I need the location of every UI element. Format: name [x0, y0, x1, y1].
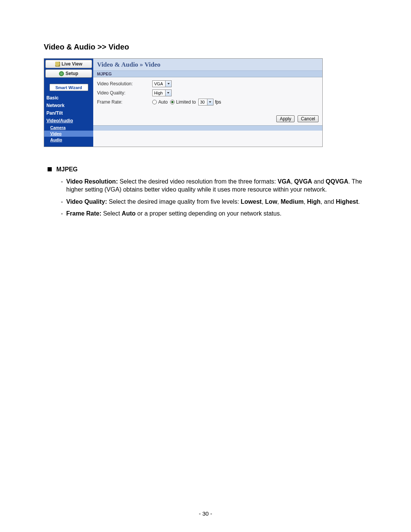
frame-rate-unit: fps — [215, 99, 221, 105]
row-frame-rate: Frame Rate: Auto Limited to 30 fps — [97, 99, 319, 105]
doc-b2-low: Low — [265, 198, 277, 205]
doc-heading: MJPEG — [56, 165, 78, 174]
resolution-value: VGA — [153, 81, 165, 86]
setup-button[interactable]: Setup — [45, 69, 92, 78]
doc-b2-lead: Video Quality: — [66, 198, 107, 205]
frame-rate-limited-radio[interactable]: Limited to — [170, 99, 196, 105]
sidebar-item-basic[interactable]: Basic — [44, 94, 93, 102]
doc-bullet-resolution: Video Resolution: Select the desired vid… — [61, 177, 367, 194]
doc-b2-c4: , and — [320, 198, 336, 205]
doc-b3-lead: Frame Rate: — [66, 210, 101, 217]
sidebar-item-pan-tilt[interactable]: Pan/Tilt — [44, 109, 93, 117]
chevron-down-icon — [207, 99, 213, 105]
page-number: - 30 - — [0, 510, 411, 517]
doc-b1-c1: , — [291, 178, 294, 185]
content-panel: Video & Audio » Video MJPEG Video Resolu… — [93, 59, 322, 147]
doc-b1-qvga: QVGA — [294, 178, 312, 185]
quality-select[interactable]: High — [152, 89, 172, 96]
doc-b1-a: Select the desired video resolution from… — [118, 178, 278, 185]
breadcrumb: Video & Audio » Video — [97, 61, 161, 68]
section-header-mjpeg: MJPEG — [93, 71, 322, 77]
doc-b2-lowest: Lowest — [241, 198, 262, 205]
doc-b2-high: High — [307, 198, 321, 205]
resolution-label: Video Resolution: — [97, 81, 152, 86]
sidebar-item-network[interactable]: Network — [44, 102, 93, 109]
sidebar-item-video-audio[interactable]: Video/Audio — [44, 117, 93, 125]
doc-b2-highest: Highest — [336, 198, 358, 205]
doc-heading-row: MJPEG — [48, 165, 367, 174]
quality-value: High — [153, 91, 165, 95]
sidebar: Live View Setup Smart Wizard Basic Netwo… — [44, 59, 93, 147]
doc-b2-c3: , — [304, 198, 307, 205]
resolution-select[interactable]: VGA — [152, 80, 172, 87]
apply-button[interactable]: Apply — [276, 115, 295, 122]
doc-b1-qqvga: QQVGA — [326, 178, 349, 185]
quality-label: Video Quality: — [97, 90, 152, 96]
panel-body: Video Resolution: VGA Video Quality: Hig… — [93, 77, 322, 109]
doc-b1-c2: and — [312, 178, 326, 185]
sidebar-sub-camera[interactable]: Camera — [44, 125, 93, 131]
button-row: Apply Cancel — [93, 109, 322, 125]
frame-rate-auto-radio[interactable]: Auto — [152, 99, 168, 105]
radio-icon — [152, 100, 157, 104]
sidebar-sub-video[interactable]: Video — [44, 131, 93, 137]
frame-rate-value: 30 — [199, 100, 207, 104]
live-view-button[interactable]: Live View — [45, 60, 92, 68]
frame-rate-limited-label: Limited to — [176, 99, 196, 105]
cancel-button[interactable]: Cancel — [298, 115, 319, 122]
breadcrumb-sep: » — [138, 61, 145, 68]
settings-screenshot: Live View Setup Smart Wizard Basic Netwo… — [44, 58, 323, 147]
setup-label: Setup — [65, 71, 78, 76]
doc-b2-a: Select the desired image quality from fi… — [107, 198, 241, 205]
doc-b3-a: Select — [101, 210, 121, 217]
doc-bullet-quality: Video Quality: Select the desired image … — [61, 198, 367, 206]
row-quality: Video Quality: High — [97, 89, 319, 96]
doc-b1-lead: Video Resolution: — [66, 178, 118, 185]
page-title: Video & Audio >> Video — [44, 43, 367, 51]
doc-b3-auto: Auto — [122, 210, 135, 217]
doc-b2-c1: , — [262, 198, 265, 205]
doc-b1-vga: VGA — [277, 178, 291, 185]
smart-wizard-button[interactable]: Smart Wizard — [49, 84, 88, 91]
bullet-square-icon — [48, 167, 52, 171]
doc-bullet-frame-rate: Frame Rate: Select Auto or a proper sett… — [61, 209, 367, 218]
radio-icon — [170, 100, 175, 104]
panel-header: Video & Audio » Video — [93, 59, 322, 71]
doc-b2-medium: Medium — [280, 198, 303, 205]
gear-icon — [59, 71, 64, 76]
doc-b2-end: . — [358, 198, 360, 205]
live-view-label: Live View — [62, 61, 82, 67]
doc-b3-b: or a proper setting depending on your ne… — [135, 210, 281, 217]
chevron-down-icon — [165, 81, 171, 87]
breadcrumb-part-a: Video & Audio — [97, 61, 138, 68]
frame-rate-select[interactable]: 30 — [198, 99, 213, 105]
panel-footer-bar — [93, 125, 322, 131]
doc-text: MJPEG Video Resolution: Select the desir… — [44, 165, 367, 218]
row-resolution: Video Resolution: VGA — [97, 80, 319, 87]
breadcrumb-part-b: Video — [145, 61, 161, 68]
camera-icon — [55, 62, 60, 67]
smart-wizard-label: Smart Wizard — [55, 85, 82, 90]
frame-rate-label: Frame Rate: — [97, 99, 152, 105]
chevron-down-icon — [165, 90, 171, 96]
sidebar-sub-audio[interactable]: Audio — [44, 137, 93, 143]
frame-rate-auto-label: Auto — [158, 99, 168, 105]
